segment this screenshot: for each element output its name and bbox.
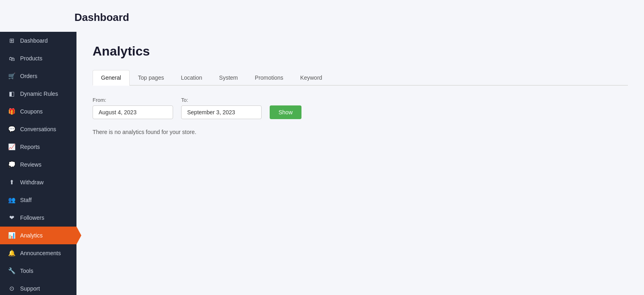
conversations-icon: 💬 (8, 126, 15, 133)
products-icon: 🛍 (8, 55, 15, 62)
announcements-icon: 🔔 (8, 250, 15, 257)
main-content: Analytics General Top pages Location Sys… (76, 32, 644, 295)
sidebar-item-label: Reviews (20, 161, 41, 168)
followers-icon: ❤ (8, 214, 15, 221)
sidebar-item-label: Coupons (20, 108, 43, 115)
sidebar-item-label: Reports (20, 144, 40, 150)
sidebar-item-label: Orders (20, 73, 37, 79)
sidebar-item-label: Dashboard (20, 37, 48, 44)
sidebar-item-conversations[interactable]: 💬 Conversations (0, 120, 76, 138)
tab-keyword[interactable]: Keyword (292, 70, 330, 86)
analytics-icon: 📊 (8, 232, 15, 239)
tab-system[interactable]: System (211, 70, 246, 86)
tab-top-pages[interactable]: Top pages (130, 70, 173, 86)
sidebar-item-withdraw[interactable]: ⬆ Withdraw (0, 173, 76, 191)
staff-icon: 👥 (8, 196, 15, 204)
sidebar-item-coupons[interactable]: 🎁 Coupons (0, 103, 76, 120)
page-title: Dashboard (0, 0, 644, 32)
tab-promotions[interactable]: Promotions (246, 70, 292, 86)
sidebar-item-products[interactable]: 🛍 Products (0, 50, 76, 67)
coupons-icon: 🎁 (8, 108, 15, 115)
reports-icon: 📈 (8, 143, 15, 151)
tab-general[interactable]: General (93, 70, 130, 86)
to-date-group: To: (181, 97, 262, 119)
sidebar-item-label: Staff (20, 197, 32, 203)
reviews-icon: 💭 (8, 161, 15, 168)
to-date-input[interactable] (181, 105, 262, 119)
orders-icon: 🛒 (8, 72, 15, 80)
sidebar-item-label: Withdraw (20, 179, 43, 186)
withdraw-icon: ⬆ (8, 179, 15, 186)
sidebar-item-tools[interactable]: 🔧 Tools (0, 262, 76, 280)
sidebar-item-orders[interactable]: 🛒 Orders (0, 67, 76, 85)
sidebar-item-announcements[interactable]: 🔔 Announcements (0, 244, 76, 262)
sidebar-item-support[interactable]: ⊙ Support (0, 280, 76, 295)
analytics-title: Analytics (93, 44, 628, 59)
from-date-group: From: (93, 97, 173, 119)
sidebar: ⊞ Dashboard 🛍 Products 🛒 Orders ◧ Dynami… (0, 32, 76, 295)
tab-location[interactable]: Location (172, 70, 211, 86)
dynamic-rules-icon: ◧ (8, 90, 15, 97)
sidebar-item-label: Followers (20, 215, 44, 221)
sidebar-item-reviews[interactable]: 💭 Reviews (0, 156, 76, 173)
to-label: To: (181, 97, 262, 103)
sidebar-item-reports[interactable]: 📈 Reports (0, 138, 76, 156)
date-filter-row: From: To: Show (93, 97, 628, 119)
sidebar-item-label: Conversations (20, 126, 56, 132)
sidebar-item-analytics[interactable]: 📊 Analytics (0, 227, 76, 244)
sidebar-item-staff[interactable]: 👥 Staff (0, 191, 76, 209)
sidebar-item-label: Support (20, 285, 40, 292)
analytics-tabs: General Top pages Location System Promot… (93, 70, 628, 86)
sidebar-item-label: Analytics (20, 232, 43, 239)
sidebar-item-label: Products (20, 55, 42, 62)
sidebar-item-label: Dynamic Rules (20, 91, 58, 97)
from-date-input[interactable] (93, 105, 173, 119)
no-data-message: There is no analytics found for your sto… (93, 129, 628, 135)
sidebar-item-label: Tools (20, 268, 33, 274)
from-label: From: (93, 97, 173, 103)
tools-icon: 🔧 (8, 267, 15, 274)
sidebar-item-dynamic-rules[interactable]: ◧ Dynamic Rules (0, 85, 76, 103)
support-icon: ⊙ (8, 285, 15, 292)
dashboard-icon: ⊞ (8, 37, 15, 44)
show-button[interactable]: Show (270, 105, 301, 119)
sidebar-item-dashboard[interactable]: ⊞ Dashboard (0, 32, 76, 50)
sidebar-item-label: Announcements (20, 250, 61, 256)
sidebar-item-followers[interactable]: ❤ Followers (0, 209, 76, 227)
